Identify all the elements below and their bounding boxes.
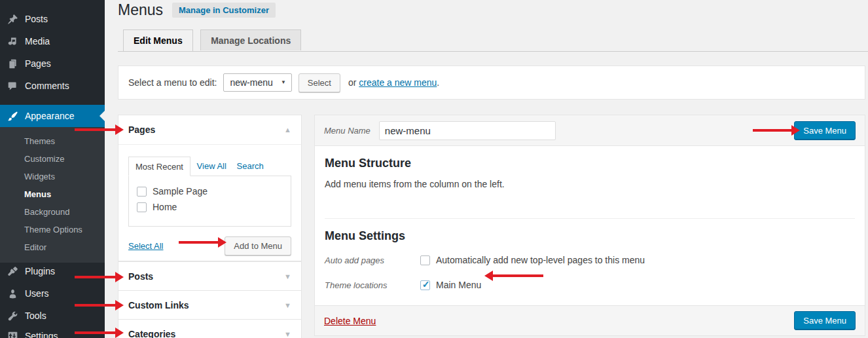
annotation-arrow-save-menu bbox=[753, 129, 791, 132]
checkbox-label: Automatically add new top-level pages to… bbox=[436, 252, 645, 268]
pages-panel-body: Most Recent View All Search Sample Page … bbox=[118, 144, 301, 255]
select-menu-bar: Select a menu to edit: new-menu ▼ Select… bbox=[118, 66, 865, 100]
section-divider bbox=[325, 218, 855, 219]
save-menu-button-bottom[interactable]: Save Menu bbox=[794, 311, 856, 330]
collapse-arrow-icon[interactable]: ▲ bbox=[284, 126, 291, 134]
list-item-sample-page[interactable]: Sample Page bbox=[137, 183, 283, 199]
media-icon bbox=[6, 35, 19, 48]
delete-menu-link[interactable]: Delete Menu bbox=[324, 316, 376, 326]
sidebar-item-pages[interactable]: Pages bbox=[0, 52, 105, 75]
submenu-item-themes[interactable]: Themes bbox=[0, 132, 105, 150]
sentence-period: . bbox=[437, 77, 439, 88]
menu-select-dropdown[interactable]: new-menu ▼ bbox=[223, 73, 291, 92]
categories-accordion-title: Categories bbox=[128, 329, 175, 338]
admin-sidebar: Posts Media Pages Comments Appearance Th… bbox=[0, 0, 105, 338]
pages-panel-header[interactable]: Pages ▲ bbox=[118, 115, 301, 144]
submenu-item-theme-options[interactable]: Theme Options bbox=[0, 221, 105, 238]
checkmark-icon: ✓ bbox=[422, 280, 430, 289]
submenu-item-editor[interactable]: Editor bbox=[0, 238, 105, 256]
sidebar-item-media[interactable]: Media bbox=[0, 30, 105, 52]
home-checkbox[interactable] bbox=[137, 202, 147, 212]
auto-add-pages-option[interactable]: Automatically add new top-level pages to… bbox=[420, 252, 645, 268]
create-new-menu-link[interactable]: create a new menu bbox=[359, 77, 437, 88]
select-menu-button[interactable]: Select bbox=[298, 73, 340, 92]
sidebar-item-label: Media bbox=[25, 36, 50, 47]
wrench-icon bbox=[6, 309, 19, 322]
menu-name-label: Menu Name bbox=[324, 126, 371, 136]
annotation-arrow-custom-links bbox=[75, 304, 115, 307]
submenu-item-background[interactable]: Background bbox=[0, 203, 105, 221]
tab-most-recent[interactable]: Most Recent bbox=[128, 157, 190, 176]
auto-add-pages-row: Auto add pages Automatically add new top… bbox=[325, 252, 855, 268]
theme-locations-row: Theme locations ✓ Main Menu bbox=[325, 277, 855, 293]
annotation-arrow-posts bbox=[75, 276, 115, 278]
pages-icon bbox=[6, 57, 19, 70]
chevron-down-icon: ▼ bbox=[281, 79, 286, 85]
sidebar-item-posts[interactable]: Posts bbox=[0, 8, 105, 30]
expand-arrow-icon[interactable]: ▼ bbox=[284, 272, 291, 280]
pushpin-icon bbox=[6, 12, 19, 26]
save-menu-button-top[interactable]: Save Menu bbox=[794, 121, 856, 140]
user-icon bbox=[6, 287, 19, 300]
main-menu-checkbox[interactable]: ✓ bbox=[420, 280, 430, 290]
sidebar-item-plugins[interactable]: Plugins bbox=[0, 260, 105, 282]
menu-structure-heading: Menu Structure bbox=[325, 157, 855, 170]
main-menu-option[interactable]: ✓ Main Menu bbox=[420, 277, 481, 293]
sidebar-item-tools[interactable]: Tools bbox=[0, 305, 105, 327]
sidebar-item-comments[interactable]: Comments bbox=[0, 75, 105, 97]
tab-search[interactable]: Search bbox=[233, 157, 268, 175]
menu-structure-hint: Add menu items from the column on the le… bbox=[325, 179, 855, 189]
menu-name-input[interactable] bbox=[379, 121, 556, 140]
sidebar-item-label: Settings bbox=[25, 331, 58, 338]
pages-panel-title: Pages bbox=[128, 124, 155, 135]
posts-accordion-title: Posts bbox=[128, 271, 153, 282]
add-to-menu-button[interactable]: Add to Menu bbox=[225, 236, 291, 255]
pages-item-tabs: Most Recent View All Search bbox=[128, 156, 291, 176]
settings-icon bbox=[6, 329, 19, 338]
tab-edit-menus[interactable]: Edit Menus bbox=[123, 29, 193, 51]
annotation-arrow-add-to-menu bbox=[179, 241, 218, 244]
submenu-item-menus[interactable]: Menus bbox=[0, 185, 105, 203]
sidebar-item-label: Posts bbox=[25, 14, 48, 24]
sidebar-item-label: Comments bbox=[25, 81, 69, 91]
sidebar-item-users[interactable]: Users bbox=[0, 282, 105, 305]
sample-page-checkbox[interactable] bbox=[137, 187, 147, 197]
annotation-arrow-pages bbox=[75, 128, 115, 131]
menu-editor-panel: Menu Name Save Menu Menu Structure Add m… bbox=[314, 115, 865, 336]
checkbox-label: Main Menu bbox=[436, 277, 481, 293]
sidebar-item-appearance[interactable]: Appearance bbox=[0, 105, 105, 127]
pages-panel-footer: Select All Add to Menu bbox=[128, 236, 291, 255]
menu-editor-body: Menu Structure Add menu items from the c… bbox=[315, 146, 865, 293]
custom-links-accordion-title: Custom Links bbox=[128, 300, 189, 310]
menu-select-value: new-menu bbox=[230, 77, 272, 88]
tab-view-all[interactable]: View All bbox=[193, 157, 230, 175]
custom-links-accordion[interactable]: Custom Links ▼ bbox=[118, 290, 302, 320]
sidebar-item-label: Appearance bbox=[25, 111, 75, 121]
nav-tab-bar: Edit Menus Manage Locations bbox=[118, 29, 868, 52]
tab-manage-locations[interactable]: Manage Locations bbox=[200, 29, 301, 50]
pages-checklist: Sample Page Home bbox=[128, 176, 291, 227]
checkbox-label: Sample Page bbox=[153, 183, 208, 199]
submenu-item-customize[interactable]: Customize bbox=[0, 150, 105, 168]
sidebar-item-label: Pages bbox=[25, 58, 51, 69]
expand-arrow-icon[interactable]: ▼ bbox=[284, 330, 291, 338]
or-text: or bbox=[348, 77, 356, 88]
sidebar-item-label: Tools bbox=[25, 310, 46, 321]
annotation-arrow-categories bbox=[75, 331, 115, 334]
submenu-item-widgets[interactable]: Widgets bbox=[0, 168, 105, 185]
checkbox-label: Home bbox=[153, 199, 177, 215]
theme-locations-label: Theme locations bbox=[325, 280, 420, 290]
annotation-arrow-main-menu bbox=[493, 274, 543, 277]
plugin-icon bbox=[6, 265, 19, 278]
categories-accordion[interactable]: Categories ▼ bbox=[118, 319, 302, 338]
auto-add-pages-checkbox[interactable] bbox=[420, 255, 430, 265]
auto-add-pages-label: Auto add pages bbox=[325, 255, 420, 265]
manage-in-customizer-button[interactable]: Manage in Customizer bbox=[172, 3, 276, 18]
list-item-home[interactable]: Home bbox=[137, 199, 283, 215]
posts-accordion[interactable]: Posts ▼ bbox=[118, 261, 302, 291]
expand-arrow-icon[interactable]: ▼ bbox=[284, 301, 291, 309]
select-all-link[interactable]: Select All bbox=[128, 241, 163, 251]
appearance-submenu: Themes Customize Widgets Menus Backgroun… bbox=[0, 127, 105, 263]
menu-editor-footer: Delete Menu Save Menu bbox=[315, 305, 865, 335]
sidebar-item-label: Users bbox=[25, 288, 49, 299]
